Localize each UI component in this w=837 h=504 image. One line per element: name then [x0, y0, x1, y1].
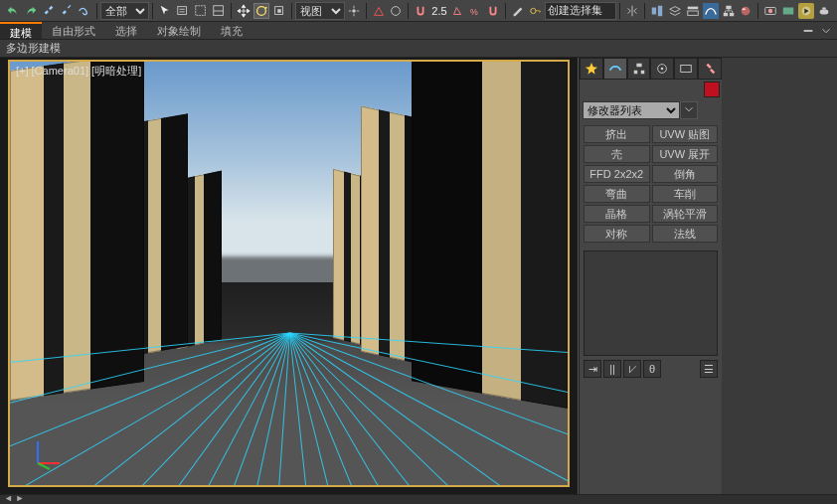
mod-bend[interactable]: 弯曲 — [584, 185, 650, 203]
undo-icon[interactable] — [5, 3, 21, 19]
mirror-icon[interactable] — [624, 3, 640, 19]
mod-normal[interactable]: 法线 — [652, 225, 719, 243]
schematic-view-icon[interactable] — [721, 3, 737, 19]
svg-rect-11 — [658, 5, 662, 16]
link-icon[interactable] — [41, 3, 57, 19]
svg-rect-16 — [729, 12, 733, 16]
ribbon-expand-icon[interactable] — [819, 24, 833, 38]
modifier-list-dropdown[interactable]: 修改器列表 — [583, 101, 680, 119]
timeline-scrub-icon[interactable]: ◄ ► — [4, 493, 24, 503]
named-sel-key-icon[interactable] — [528, 3, 544, 19]
svg-point-6 — [352, 9, 356, 13]
tab-motion-icon[interactable] — [650, 58, 674, 80]
bind-icon[interactable] — [77, 3, 92, 19]
config-button-icon[interactable] — [680, 101, 698, 119]
svg-point-33 — [661, 68, 664, 71]
unlink-icon[interactable] — [59, 3, 75, 19]
material-editor-icon[interactable] — [738, 3, 753, 19]
render-frame-icon[interactable] — [780, 3, 796, 19]
svg-rect-1 — [196, 5, 206, 15]
mod-shell[interactable]: 壳 — [584, 145, 650, 163]
ribbon-tabs: 建模 自由形式 选择 对象绘制 填充 — [0, 22, 837, 40]
tab-hierarchy-icon[interactable] — [627, 58, 651, 80]
unique-icon[interactable]: ⩗ — [623, 360, 641, 378]
select-name-icon[interactable] — [175, 3, 191, 19]
ribbon-min-icon[interactable] — [801, 24, 815, 38]
svg-rect-25 — [804, 30, 813, 32]
mod-lathe[interactable]: 车削 — [652, 185, 719, 203]
redo-icon[interactable] — [23, 3, 39, 19]
configure-sets-icon[interactable]: ☰ — [700, 360, 718, 378]
angle-snap-icon[interactable] — [450, 3, 466, 19]
render-setup-icon[interactable] — [762, 3, 778, 19]
tab-utilities-icon[interactable] — [698, 58, 722, 80]
tab-create-icon[interactable] — [580, 58, 603, 80]
teapot-icon[interactable] — [816, 3, 832, 19]
ribbon-toggle-icon[interactable] — [685, 3, 701, 19]
viewport-label[interactable]: [+] [Camera01] [明暗处理] — [16, 64, 141, 79]
coord-system-selector[interactable]: 视图 — [295, 2, 345, 20]
tab-objectpaint[interactable]: 对象绘制 — [147, 22, 211, 39]
svg-rect-12 — [687, 6, 698, 9]
workspace: [+] [Camera01] [明暗处理] — [0, 58, 837, 495]
show-end-icon[interactable]: || — [603, 360, 621, 378]
main-toolbar: 全部 视图 2.5 % 创建选择集 — [0, 0, 837, 22]
rect-select-icon[interactable] — [193, 3, 209, 19]
tab-selection[interactable]: 选择 — [105, 22, 147, 39]
svg-rect-24 — [822, 7, 826, 9]
viewport-camera[interactable]: [+] [Camera01] [明暗处理] — [8, 60, 570, 487]
mod-turbosmooth[interactable]: 涡轮平滑 — [652, 205, 719, 223]
render-icon[interactable] — [798, 3, 814, 19]
mod-symmetry[interactable]: 对称 — [584, 225, 650, 243]
command-panel: 修改器列表 挤出 UVW 贴图 壳 UVW 展开 FFD 2x2x2 倒角 弯曲… — [579, 58, 722, 495]
named-sel-edit-icon[interactable] — [510, 3, 526, 19]
mod-uvwmap[interactable]: UVW 贴图 — [652, 125, 719, 143]
mod-chamfer[interactable]: 倒角 — [652, 165, 719, 183]
mod-ffd[interactable]: FFD 2x2x2 — [584, 165, 650, 183]
scope-selector[interactable]: 全部 — [100, 2, 150, 20]
tab-populate[interactable]: 填充 — [211, 22, 252, 39]
window-crossing-icon[interactable] — [211, 3, 227, 19]
ribbon-sub-label: 多边形建模 — [0, 40, 837, 58]
move-icon[interactable] — [236, 3, 251, 19]
named-selection-set[interactable]: 创建选择集 — [545, 2, 616, 20]
svg-point-18 — [743, 8, 747, 10]
mod-extrude[interactable]: 挤出 — [584, 125, 650, 143]
layers-icon[interactable] — [667, 3, 683, 19]
rotate-icon[interactable] — [253, 3, 269, 19]
svg-point-23 — [820, 9, 829, 14]
object-color-swatch[interactable] — [580, 80, 722, 99]
scale-icon[interactable] — [271, 3, 287, 19]
mod-unwrap[interactable]: UVW 展开 — [652, 145, 719, 163]
modifier-stack[interactable] — [584, 251, 718, 356]
viewport-container: [+] [Camera01] [明暗处理] — [0, 58, 579, 495]
tab-modeling[interactable]: 建模 — [0, 22, 42, 39]
pivot-icon[interactable] — [346, 3, 362, 19]
right-empty-rail — [722, 58, 837, 495]
percent-snap-icon[interactable]: % — [468, 3, 484, 19]
svg-rect-13 — [687, 11, 698, 15]
svg-rect-29 — [636, 64, 641, 68]
svg-rect-31 — [640, 71, 644, 75]
curve-editor-icon[interactable] — [703, 3, 719, 19]
remove-mod-icon[interactable]: θ — [643, 360, 661, 378]
rollout-area — [580, 382, 722, 495]
svg-rect-0 — [178, 6, 187, 14]
stack-tools: ⇥ || ⩗ θ ☰ — [580, 360, 722, 382]
manip-icon[interactable] — [371, 3, 387, 19]
cursor-icon[interactable] — [157, 3, 173, 19]
svg-rect-34 — [681, 66, 692, 73]
keymode-icon[interactable] — [389, 3, 405, 19]
spinner-snap-icon[interactable] — [486, 3, 502, 19]
tab-display-icon[interactable] — [674, 58, 698, 80]
align-icon[interactable] — [649, 3, 665, 19]
angle-snap-value: 2.5 — [431, 5, 446, 17]
command-panel-tabs — [580, 58, 722, 80]
svg-rect-30 — [633, 71, 637, 75]
svg-point-20 — [768, 8, 772, 12]
tab-freeform[interactable]: 自由形式 — [42, 22, 105, 39]
pin-stack-icon[interactable]: ⇥ — [584, 360, 601, 378]
snap-toggle-icon[interactable] — [413, 3, 428, 19]
tab-modify-icon[interactable] — [603, 58, 627, 80]
mod-lattice[interactable]: 晶格 — [584, 205, 650, 223]
